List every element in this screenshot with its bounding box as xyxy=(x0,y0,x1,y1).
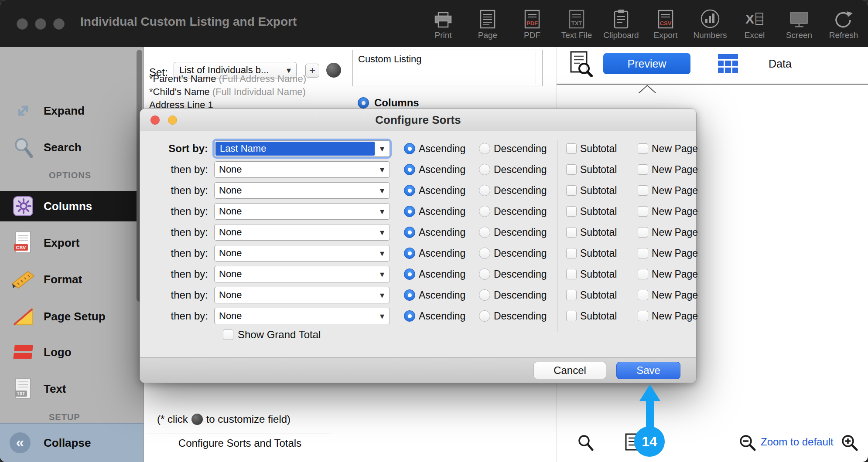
configure-sorts-button[interactable]: Configure Sorts and Totals xyxy=(148,434,331,452)
sidebar-item-format[interactable]: Format xyxy=(0,264,144,295)
sidebar-item-export[interactable]: CSV Export xyxy=(0,228,144,258)
ascending-radio[interactable] xyxy=(404,248,415,259)
excel-button[interactable]: X Excel xyxy=(736,3,773,40)
grand-total-checkbox[interactable] xyxy=(223,330,233,340)
descending-radio[interactable] xyxy=(479,248,490,259)
dialog-close-button[interactable] xyxy=(150,116,160,125)
subtotal-checkbox[interactable] xyxy=(566,143,577,154)
new-page-option: New Page xyxy=(638,164,698,176)
sidebar-item-text[interactable]: TXT Text xyxy=(0,374,144,404)
descending-option: Descending xyxy=(479,206,556,217)
numbers-button[interactable]: Numbers xyxy=(692,3,728,40)
ascending-option: Ascending xyxy=(404,185,479,197)
descending-radio[interactable] xyxy=(479,227,490,238)
close-window-button[interactable] xyxy=(17,18,28,30)
ascending-radio[interactable] xyxy=(404,289,415,301)
new-page-checkbox[interactable] xyxy=(638,311,648,321)
new-page-checkbox[interactable] xyxy=(638,143,648,154)
descending-radio[interactable] xyxy=(479,310,490,322)
subtotal-checkbox[interactable] xyxy=(566,206,577,217)
clipboard-button[interactable]: Clipboard xyxy=(603,3,639,40)
subtotal-checkbox[interactable] xyxy=(566,311,577,321)
collapse-chevrons-icon: « xyxy=(10,432,31,453)
screen-button[interactable]: Screen xyxy=(781,3,817,40)
zoom-out-icon[interactable] xyxy=(739,434,756,453)
sort-row: then by: None ▾ Ascending Descending Sub… xyxy=(140,245,696,262)
new-page-checkbox[interactable] xyxy=(638,164,648,175)
sort-row: then by: None ▾ Ascending Descending Sub… xyxy=(140,224,696,241)
ascending-radio[interactable] xyxy=(404,227,415,238)
export-csv-button[interactable]: CSV Export xyxy=(647,3,684,40)
zoom-in-icon[interactable] xyxy=(841,434,858,453)
listing-name-input[interactable]: Custom Listing xyxy=(352,50,543,86)
zoom-window-button[interactable] xyxy=(53,18,65,30)
sort-field-dropdown[interactable]: None ▾ xyxy=(214,287,390,303)
svg-text:PDF: PDF xyxy=(526,20,538,27)
dialog-minimize-button[interactable] xyxy=(168,116,177,125)
new-page-checkbox[interactable] xyxy=(638,185,648,196)
descending-radio[interactable] xyxy=(479,164,490,175)
ascending-radio[interactable] xyxy=(404,310,415,322)
ascending-radio[interactable] xyxy=(404,268,415,280)
text-file-button[interactable]: TXT Text File xyxy=(558,3,595,40)
sort-field-dropdown[interactable]: None ▾ xyxy=(214,224,390,241)
subtotal-checkbox[interactable] xyxy=(566,248,577,258)
page-button[interactable]: Page xyxy=(469,3,506,40)
pdf-icon: PDF xyxy=(524,3,540,31)
sort-field-dropdown[interactable]: None ▾ xyxy=(214,182,390,199)
sort-field-dropdown[interactable]: None ▾ xyxy=(214,245,390,262)
new-page-checkbox[interactable] xyxy=(638,227,648,238)
refresh-button[interactable]: Refresh xyxy=(825,3,862,40)
sidebar-item-columns[interactable]: Columns xyxy=(0,191,144,221)
field-list-item[interactable]: *Parent's Name (Full Address Name) xyxy=(149,73,306,85)
customize-field-button[interactable] xyxy=(326,63,341,78)
subtotal-option: Subtotal xyxy=(566,227,632,238)
add-set-button[interactable]: + xyxy=(305,64,319,78)
sidebar-collapse-bar[interactable]: « Collapse xyxy=(0,423,144,462)
tab-preview[interactable]: Preview xyxy=(603,53,690,74)
zoom-to-default-link[interactable]: Zoom to default xyxy=(761,436,834,448)
sort-field-dropdown[interactable]: None ▾ xyxy=(214,266,390,282)
descending-radio[interactable] xyxy=(479,206,490,217)
save-button[interactable]: Save xyxy=(616,362,680,379)
data-table-icon[interactable] xyxy=(718,54,738,73)
sort-field-dropdown[interactable]: None ▾ xyxy=(214,308,390,324)
sidebar-item-expand[interactable]: Expand xyxy=(0,95,144,126)
window-traffic-lights xyxy=(17,18,65,30)
new-page-checkbox[interactable] xyxy=(638,290,648,300)
descending-radio[interactable] xyxy=(479,268,490,280)
subtotal-checkbox[interactable] xyxy=(566,290,577,300)
field-list-item[interactable]: *Child's Name (Full Individual Name) xyxy=(149,86,306,98)
preview-report-icon[interactable] xyxy=(568,51,593,78)
ascending-option: Ascending xyxy=(404,268,479,280)
subtotal-checkbox[interactable] xyxy=(566,185,577,196)
subtotal-checkbox[interactable] xyxy=(566,164,577,175)
dialog-titlebar: Configure Sorts xyxy=(140,109,696,131)
footer-search-icon[interactable] xyxy=(578,434,594,453)
descending-radio[interactable] xyxy=(479,143,490,154)
sidebar-item-logo[interactable]: Logo xyxy=(0,337,144,367)
columns-radio[interactable] xyxy=(358,97,369,109)
descending-radio[interactable] xyxy=(479,289,490,301)
cancel-button[interactable]: Cancel xyxy=(533,362,606,379)
sidebar-item-search[interactable]: Search xyxy=(0,132,144,163)
sort-field-dropdown[interactable]: None ▾ xyxy=(214,161,390,178)
descending-radio[interactable] xyxy=(479,185,490,196)
sort-row-label: then by: xyxy=(140,247,214,259)
tab-data[interactable]: Data xyxy=(769,58,792,70)
subtotal-checkbox[interactable] xyxy=(566,227,577,238)
pdf-button[interactable]: PDF PDF xyxy=(514,3,550,40)
new-page-checkbox[interactable] xyxy=(638,248,648,258)
ascending-radio[interactable] xyxy=(404,206,415,217)
ascending-radio[interactable] xyxy=(404,185,415,196)
ascending-radio[interactable] xyxy=(404,164,415,175)
subtotal-checkbox[interactable] xyxy=(566,269,577,279)
sidebar-item-page-setup[interactable]: Page Setup xyxy=(0,301,144,332)
sort-field-dropdown[interactable]: Last Name ▾ xyxy=(214,140,390,157)
new-page-checkbox[interactable] xyxy=(638,206,648,217)
sort-field-dropdown[interactable]: None ▾ xyxy=(214,203,390,220)
new-page-checkbox[interactable] xyxy=(638,269,648,279)
ascending-radio[interactable] xyxy=(404,143,415,154)
minimize-window-button[interactable] xyxy=(35,18,46,30)
print-button[interactable]: Print xyxy=(425,3,461,40)
